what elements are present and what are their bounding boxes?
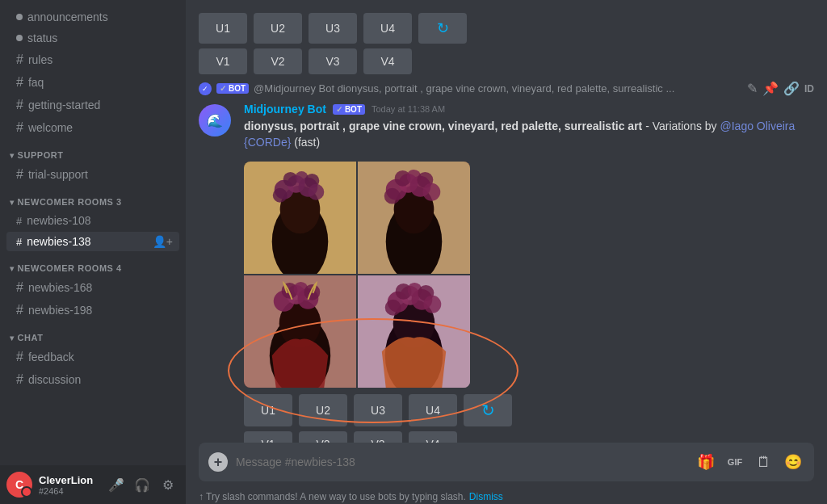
hash-icon: # xyxy=(16,120,23,135)
user-discriminator: #2464 xyxy=(39,486,99,496)
username: CleverLion xyxy=(39,474,99,486)
sidebar-item-faq[interactable]: # faq xyxy=(6,72,179,93)
message-content: Midjourney Bot ✓ BOT Today at 11:38 AM d… xyxy=(244,103,814,443)
hash-icon: # xyxy=(16,236,22,248)
message-fast-label: (fast) xyxy=(294,136,320,149)
v1-main-button[interactable]: V1 xyxy=(244,431,292,443)
sidebar-item-welcome[interactable]: # welcome xyxy=(6,117,179,138)
hash-icon: # xyxy=(16,303,23,317)
chevron-down-icon: ▾ xyxy=(10,264,15,273)
grid-cell-4 xyxy=(358,275,470,388)
notification-id-icon[interactable]: ID xyxy=(804,81,814,96)
v1-button[interactable]: V1 xyxy=(199,48,247,74)
hash-icon: # xyxy=(16,350,23,364)
message-suffix: - Variations by xyxy=(645,120,720,132)
prev-buttons-area: U1 U2 U3 U4 ↻ V1 V2 V3 V4 xyxy=(186,6,827,78)
deafen-button[interactable]: 🎧 xyxy=(131,473,153,496)
v4-button[interactable]: V4 xyxy=(363,48,412,74)
v3-button[interactable]: V3 xyxy=(309,48,357,74)
v2-main-button[interactable]: V2 xyxy=(299,431,347,443)
hash-icon: # xyxy=(16,372,23,387)
svg-point-30 xyxy=(304,284,320,300)
v3-main-button[interactable]: V3 xyxy=(354,431,402,443)
notification-edit-icon[interactable]: ✎ xyxy=(747,81,758,96)
sidebar-item-trial-support[interactable]: # trial-support xyxy=(6,164,179,185)
add-attachment-button[interactable]: + xyxy=(208,452,228,472)
sidebar-item-rules[interactable]: # rules xyxy=(6,49,179,70)
sidebar-item-feedback[interactable]: # feedback xyxy=(6,346,179,368)
sidebar: announcements status # rules # faq # get… xyxy=(0,0,186,504)
sticker-icon-button[interactable]: 🗒 xyxy=(753,451,775,473)
bot-badge-top: ✓ BOT xyxy=(216,83,249,94)
u3-main-button[interactable]: U3 xyxy=(354,394,402,426)
u1-button[interactable]: U1 xyxy=(199,13,247,44)
bot-avatar: 🌊 xyxy=(199,104,231,136)
svg-point-20 xyxy=(422,183,440,201)
sidebar-item-label: feedback xyxy=(28,351,173,363)
chevron-down-icon: ▾ xyxy=(10,198,15,207)
bullet-icon xyxy=(16,35,23,41)
refresh-button-top[interactable]: ↻ xyxy=(418,13,467,44)
sidebar-item-newbies-108[interactable]: # newbies-108 xyxy=(6,211,179,230)
message-mention[interactable]: @Iago Oliveira xyxy=(720,120,796,132)
category-newcomer-rooms-4[interactable]: ▾ NEWCOMER ROOMS 4 xyxy=(0,252,186,276)
sidebar-item-label: newbies-168 xyxy=(28,281,173,294)
message-author: Midjourney Bot xyxy=(244,103,326,116)
hash-icon: # xyxy=(16,52,23,67)
hash-icon: # xyxy=(16,75,23,90)
sidebar-item-label: newbies-108 xyxy=(27,214,173,227)
slash-tip: ↑ Try slash commands! A new way to use b… xyxy=(186,488,827,504)
category-label: NEWCOMER ROOMS 3 xyxy=(18,197,122,207)
notification-pin-icon[interactable]: 📌 xyxy=(762,81,779,96)
category-chat[interactable]: ▾ CHAT xyxy=(0,321,186,346)
sidebar-item-getting-started[interactable]: # getting-started xyxy=(6,94,179,116)
grid-cell-2 xyxy=(358,162,470,274)
message-timestamp: Today at 11:38 AM xyxy=(372,104,445,114)
user-info: CleverLion #2464 xyxy=(39,474,99,496)
message-main-text: dionysus, portrait , grape vine crown, v… xyxy=(244,120,642,132)
chevron-down-icon: ▾ xyxy=(10,151,15,160)
message-bracket: {CORDe} xyxy=(244,136,291,149)
sidebar-item-label: faq xyxy=(28,76,173,89)
u4-main-button[interactable]: U4 xyxy=(409,394,457,426)
sidebar-item-newbies-198[interactable]: # newbies-198 xyxy=(6,300,179,321)
image-grid xyxy=(244,162,470,388)
notification-actions: ✎ 📌 🔗 ID xyxy=(747,81,814,96)
hash-icon: # xyxy=(16,167,23,182)
sidebar-item-newbies-168[interactable]: # newbies-168 xyxy=(6,277,179,298)
sidebar-item-label: rules xyxy=(28,53,173,66)
u3-button[interactable]: U3 xyxy=(309,13,357,44)
notification-link-icon[interactable]: 🔗 xyxy=(783,81,800,96)
bot-icon-small: ✓ xyxy=(199,82,212,95)
category-label: SUPPORT xyxy=(18,150,64,160)
v2-button[interactable]: V2 xyxy=(254,48,302,74)
svg-point-9 xyxy=(308,184,324,200)
sidebar-item-discussion[interactable]: # discussion xyxy=(6,369,179,390)
refresh-main-button[interactable]: ↻ xyxy=(464,394,512,426)
svg-point-40 xyxy=(423,296,441,313)
sidebar-item-newbies-138[interactable]: # newbies-138 👤+ xyxy=(6,232,179,251)
category-support[interactable]: ▾ SUPPORT xyxy=(0,139,186,163)
hash-icon: # xyxy=(16,215,22,227)
avatar: C xyxy=(6,472,32,498)
category-newcomer-rooms-3[interactable]: ▾ NEWCOMER ROOMS 3 xyxy=(0,186,186,210)
dismiss-link[interactable]: Dismiss xyxy=(469,491,503,502)
sidebar-item-label: status xyxy=(27,32,173,44)
top-u-row: U1 U2 U3 U4 ↻ xyxy=(199,13,814,44)
sidebar-item-status[interactable]: status xyxy=(6,28,179,48)
gift-icon-button[interactable]: 🎁 xyxy=(695,451,717,473)
sidebar-item-announcements[interactable]: announcements xyxy=(6,7,179,27)
message-input[interactable] xyxy=(236,456,686,468)
top-v-row: V1 V2 V3 V4 xyxy=(199,48,814,74)
gif-icon-button[interactable]: GIF xyxy=(724,451,746,473)
u4-button[interactable]: U4 xyxy=(363,13,412,44)
svg-point-21 xyxy=(384,188,401,204)
u1-main-button[interactable]: U1 xyxy=(244,394,292,426)
settings-button[interactable]: ⚙ xyxy=(157,473,179,496)
u2-button[interactable]: U2 xyxy=(254,13,302,44)
mute-button[interactable]: 🎤 xyxy=(105,473,128,496)
emoji-icon-button[interactable]: 😊 xyxy=(782,451,804,473)
category-label: NEWCOMER ROOMS 4 xyxy=(18,263,122,273)
v4-main-button[interactable]: V4 xyxy=(409,431,457,443)
u2-main-button[interactable]: U2 xyxy=(299,394,347,426)
